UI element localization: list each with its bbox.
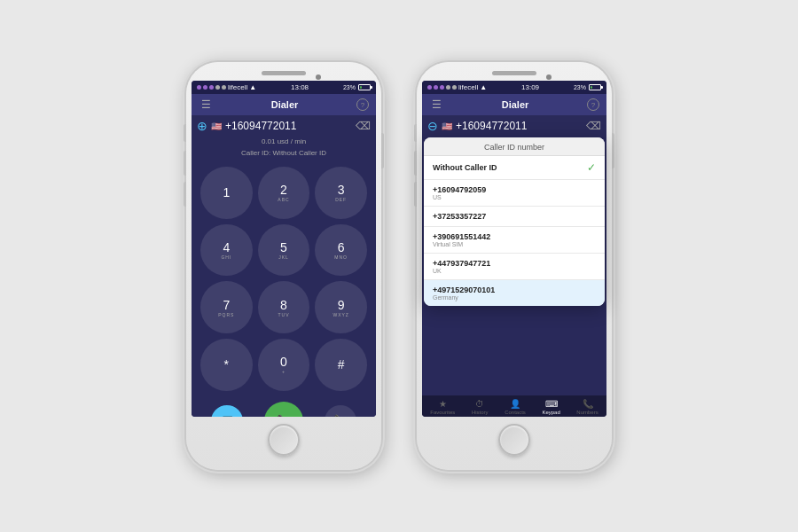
dropdown-item-et-left: +37253357227 (433, 212, 486, 221)
caller-id-button[interactable]: ⊞ (211, 405, 243, 417)
dropdown-item-us-main: +16094792059 (433, 185, 486, 194)
flag-icon: 🇺🇸 (211, 121, 222, 131)
app-title: Dialer (213, 99, 356, 110)
p2-tab-numbers[interactable]: 📞 Numbers (576, 399, 598, 415)
phone-1-vol-down-button (184, 182, 186, 207)
p2-help-button[interactable]: ? (587, 98, 599, 111)
dial-key-8[interactable]: 8TUV (258, 281, 310, 333)
dial-key-3[interactable]: 3DEF (315, 167, 367, 219)
phone-2-carrier: lifecell ▲ (427, 83, 487, 91)
dropdown-item-us[interactable]: +16094792059 US (424, 180, 605, 207)
p2-history-icon: ⏱ (475, 399, 484, 409)
phone-2-speaker (492, 71, 536, 75)
phone-1-power-button (381, 133, 384, 168)
p2-menu-icon[interactable]: ☰ (429, 98, 443, 111)
help-button[interactable]: ? (356, 98, 369, 111)
phone-2-status-bar: lifecell ▲ 13:09 23% (422, 81, 606, 94)
dropdown-item-no-caller-id-left: Without Caller ID (433, 163, 497, 172)
call-button[interactable]: 📞 (264, 402, 303, 417)
phone-2-screen: lifecell ▲ 13:09 23% ☰ Dialer ? ⊖ 🇺🇸 +16… (422, 81, 606, 417)
phone-2-mute-button (414, 124, 417, 142)
p2-tab-contacts[interactable]: 👤 Contacts (505, 399, 526, 415)
dropdown-item-us-left: +16094792059 US (433, 185, 486, 200)
dropdown-item-no-caller-id[interactable]: Without Caller ID ✓ (424, 156, 605, 180)
phone-2-time: 13:09 (521, 83, 539, 91)
phone-1-app-header: ☰ Dialer ? (192, 94, 376, 115)
p2-contacts-label: Contacts (505, 410, 526, 415)
dropdown-item-virtual-sub: Virtual SIM (433, 241, 490, 247)
p2-battery-icon (589, 84, 601, 90)
phone-1-time: 13:08 (291, 83, 309, 91)
menu-icon[interactable]: ☰ (199, 98, 213, 111)
phone-1-action-row: ⊞ 📞 📞 (192, 398, 376, 417)
dropdown-item-virtual[interactable]: +390691551442 Virtual SIM (424, 227, 605, 254)
phone-1-caller-id-line: Caller ID: Without Caller ID (192, 148, 376, 160)
caller-id-dropdown: Caller ID number Without Caller ID ✓ +16… (424, 137, 605, 306)
p2dot3 (440, 85, 444, 90)
dropdown-item-et-main: +37253357227 (433, 212, 486, 221)
dropdown-item-us-sub: US (433, 194, 486, 200)
p2dot2 (434, 85, 438, 90)
phone-1-vol-up-button (184, 151, 186, 176)
dropdown-item-uk-main: +447937947721 (433, 259, 490, 268)
backspace-icon[interactable]: ⌫ (356, 120, 371, 132)
phone-1-camera (316, 74, 321, 80)
add-number-icon[interactable]: ⊕ (197, 119, 207, 133)
phone-2-action-row-bg (422, 351, 606, 395)
contacts-button[interactable]: 📞 (325, 405, 356, 417)
battery-fill (360, 86, 362, 89)
p2-favourites-icon: ★ (439, 399, 447, 409)
dial-key-1[interactable]: 1 (200, 167, 253, 219)
phone-1-home-button[interactable] (268, 424, 300, 456)
dropdown-item-de-left: +4971529070101 Germany (433, 286, 495, 301)
p2-numbers-label: Numbers (576, 410, 598, 415)
p2-tab-keypad[interactable]: ⌨ Keypad (542, 399, 559, 415)
phone-1-carrier: lifecell ▲ (197, 83, 256, 91)
phone-1-screen: lifecell ▲ 13:08 23% ☰ Dialer ? ⊕ 🇺🇸 +16… (192, 81, 376, 417)
phone-2-home-button[interactable] (498, 424, 530, 456)
dial-key-4[interactable]: 4GHI (200, 224, 253, 277)
dropdown-item-et[interactable]: +37253357227 (424, 207, 605, 227)
dial-key-5[interactable]: 5JKL (258, 224, 310, 277)
dropdown-item-uk[interactable]: +447937947721 UK (424, 254, 605, 280)
p2-carrier-label: lifecell (458, 83, 478, 91)
carrier-label: lifecell (228, 83, 247, 91)
dropdown-item-de-sub: Germany (433, 294, 495, 301)
p2-flag-icon: 🇺🇸 (442, 121, 452, 131)
phone-2-camera (546, 74, 552, 80)
dial-key-2[interactable]: 2ABC (258, 167, 310, 219)
p2-backspace-icon[interactable]: ⌫ (586, 120, 601, 132)
dropdown-item-virtual-left: +390691551442 Virtual SIM (433, 232, 490, 247)
p2-numbers-icon: 📞 (583, 399, 593, 409)
dialed-number: +16094772011 (225, 120, 352, 132)
dropdown-item-de[interactable]: +4971529070101 Germany (424, 280, 605, 306)
dial-key-6[interactable]: 6MNO (315, 224, 367, 277)
phone-2-tab-bar: ★ Favourites ⏱ History 👤 Contacts ⌨ Keyp… (422, 395, 606, 417)
dial-key-9[interactable]: 9WXYZ (315, 281, 367, 333)
p2-tab-history[interactable]: ⏱ History (472, 399, 489, 415)
p2-history-label: History (472, 410, 489, 415)
p2-battery-fill (591, 86, 592, 89)
p2-add-number-icon[interactable]: ⊖ (427, 119, 438, 133)
dial-key-0[interactable]: 0+ (258, 339, 310, 391)
dropdown-item-de-main: +4971529070101 (433, 286, 495, 294)
p2dot5 (452, 85, 457, 90)
p2-tab-favourites[interactable]: ★ Favourites (430, 399, 455, 415)
dot5 (222, 85, 226, 90)
p2-dialed-number: +16094772011 (456, 120, 583, 132)
p2-keypad-label: Keypad (542, 410, 559, 415)
dot3 (209, 85, 214, 90)
dial-key-star[interactable]: * (200, 339, 253, 391)
p2-contacts-icon: 👤 (510, 399, 520, 409)
phone-2-vol-up-button (414, 151, 417, 176)
p2dot1 (427, 85, 432, 90)
dot1 (197, 85, 201, 90)
phone-2-power-button (612, 133, 614, 168)
dial-key-7[interactable]: 7PQRS (200, 281, 253, 333)
dial-key-hash[interactable]: # (315, 339, 367, 391)
wifi-icon: ▲ (249, 83, 256, 91)
phone-1-mute-button (184, 124, 186, 142)
dropdown-item-uk-sub: UK (433, 268, 490, 274)
phone-1: lifecell ▲ 13:08 23% ☰ Dialer ? ⊕ 🇺🇸 +16… (186, 62, 381, 470)
dot2 (203, 85, 207, 90)
